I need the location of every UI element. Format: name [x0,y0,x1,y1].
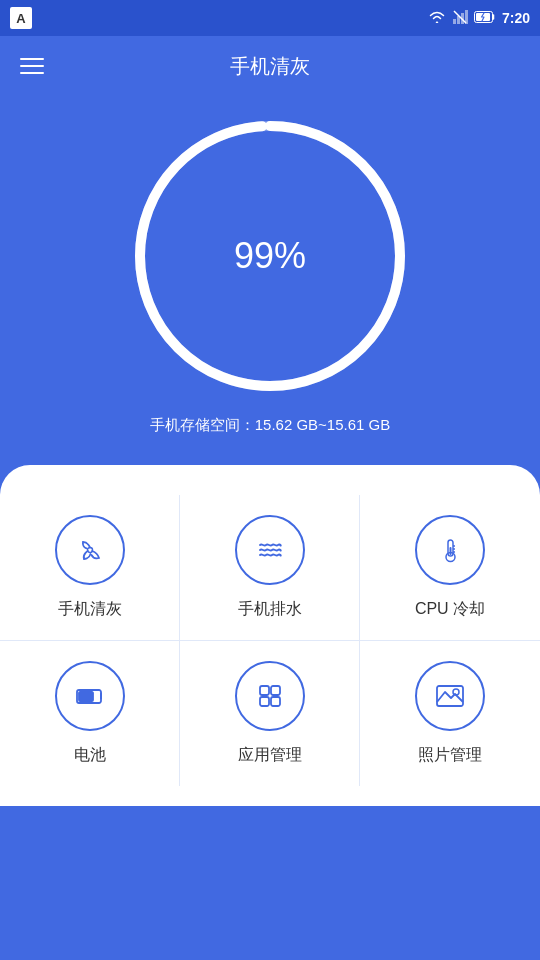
battery-icon-circle [55,661,125,731]
photo-manage-icon-circle [415,661,485,731]
svg-rect-1 [453,19,456,24]
menu-button[interactable] [20,58,44,74]
white-card: 手机清灰 手机排水 [0,465,540,806]
phone-clean-cell[interactable]: 手机清灰 [0,495,180,640]
phone-drain-label: 手机排水 [238,599,302,620]
phone-clean-label: 手机清灰 [58,599,122,620]
wifi-icon [428,10,446,27]
svg-rect-20 [260,697,269,706]
storage-info: 手机存储空间：15.62 GB~15.61 GB [150,416,391,435]
cpu-cool-label: CPU 冷却 [415,599,485,620]
waves-icon [252,532,288,568]
svg-rect-21 [271,697,280,706]
photo-icon [432,678,468,714]
svg-rect-17 [79,692,93,701]
photo-manage-cell[interactable]: 照片管理 [360,640,540,786]
battery-label: 电池 [74,745,106,766]
svg-rect-3 [461,13,464,24]
grid-icon [252,678,288,714]
battery-icon [474,10,496,26]
phone-clean-icon-circle [55,515,125,585]
app-manage-label: 应用管理 [238,745,302,766]
menu-line-2 [20,65,44,67]
svg-rect-19 [271,686,280,695]
status-right: 7:20 [428,9,530,28]
feature-grid: 手机清灰 手机排水 [0,495,540,786]
phone-drain-icon-circle [235,515,305,585]
menu-line-1 [20,58,44,60]
status-bar: A [0,0,540,36]
photo-manage-label: 照片管理 [418,745,482,766]
phone-drain-cell[interactable]: 手机排水 [180,495,360,640]
app-icon: A [10,7,32,29]
app-manage-icon-circle [235,661,305,731]
thermometer-icon [432,532,468,568]
page-title: 手机清灰 [230,53,310,80]
percentage-text: 99% [234,235,306,277]
cpu-cool-icon-circle [415,515,485,585]
time-display: 7:20 [502,10,530,26]
app-manage-cell[interactable]: 应用管理 [180,640,360,786]
blue-area: 99% 手机存储空间：15.62 GB~15.61 GB [0,96,540,465]
menu-line-3 [20,72,44,74]
progress-circle[interactable]: 99% [130,116,410,396]
fan-icon [72,532,108,568]
svg-rect-4 [465,10,468,24]
battery-cell[interactable]: 电池 [0,640,180,786]
battery-cell-icon [72,678,108,714]
svg-rect-18 [260,686,269,695]
signal-icon [452,9,468,28]
header: 手机清灰 [0,36,540,96]
svg-rect-2 [457,16,460,24]
status-left: A [10,7,32,29]
cpu-cool-cell[interactable]: CPU 冷却 [360,495,540,640]
